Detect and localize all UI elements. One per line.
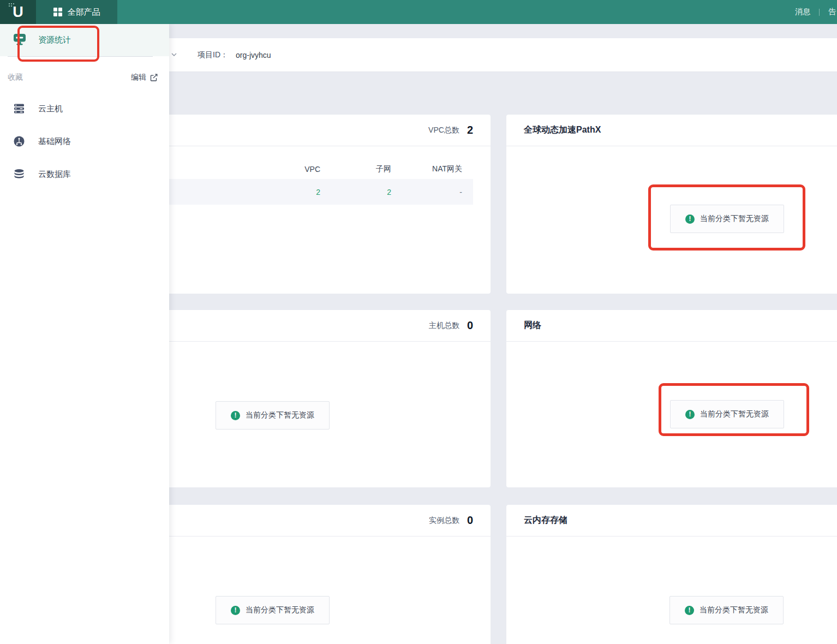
favorites-label: 收藏 <box>8 73 23 82</box>
sidebar-item-label: 云数据库 <box>38 169 71 180</box>
chevron-down-icon[interactable] <box>171 51 177 58</box>
memstore-card-title: 云内存存储 <box>524 515 567 526</box>
instance-total-stat: 实例总数 0 <box>429 514 473 527</box>
pathx-card-header: 全球动态加速PathX <box>506 115 837 146</box>
vpc-total-value: 2 <box>467 124 473 136</box>
topbar-divider <box>819 9 820 16</box>
ucloud-logo[interactable]: U <box>0 0 36 24</box>
instance-total-label: 实例总数 <box>429 516 459 526</box>
resource-stats-label: 资源统计 <box>38 35 71 45</box>
products-grid-icon <box>53 8 62 16</box>
sidebar-item-label: 云主机 <box>38 104 63 114</box>
project-id-value: org-jvyhcu <box>236 51 271 59</box>
topbar: U 全部产品 消息 告 <box>0 0 837 24</box>
instance-empty-state: ! 当前分类下暂无资源 <box>216 596 330 624</box>
column-header-subnet: 子网 <box>331 164 402 174</box>
sidebar-item-resource-stats[interactable]: 资源统计 <box>0 24 169 56</box>
favorites-row: 收藏 编辑 <box>0 70 169 85</box>
network-empty-text: 当前分类下暂无资源 <box>700 409 769 419</box>
alerts-link[interactable]: 告 <box>828 7 836 17</box>
logo-dots-icon <box>9 3 14 9</box>
info-exclamation-icon: ! <box>231 411 240 420</box>
pathx-card-title: 全球动态加速PathX <box>524 124 601 136</box>
network-empty-state: ! 当前分类下暂无资源 <box>670 400 784 428</box>
network-card-title: 网络 <box>524 320 541 331</box>
all-products-button[interactable]: 全部产品 <box>36 0 117 24</box>
sidebar-item-cloud-host[interactable]: 云主机 <box>0 98 169 120</box>
host-total-stat: 主机总数 0 <box>429 319 473 332</box>
topbar-right-menu: 消息 告 <box>795 0 836 24</box>
instance-empty-text: 当前分类下暂无资源 <box>246 605 314 615</box>
host-total-label: 主机总数 <box>429 321 459 331</box>
sidebar-item-basic-network[interactable]: 基础网络 <box>0 130 169 152</box>
pathx-card: 全球动态加速PathX ! 当前分类下暂无资源 <box>506 115 837 294</box>
dashboard-stats-icon <box>13 33 26 47</box>
project-id: 项目ID： org-jvyhcu <box>198 38 271 72</box>
network-card-header: 网络 <box>506 310 837 342</box>
memstore-card: 云内存存储 ! 当前分类下暂无资源 <box>506 505 837 644</box>
info-exclamation-icon: ! <box>685 606 694 615</box>
info-exclamation-icon: ! <box>685 410 695 419</box>
memstore-empty-text: 当前分类下暂无资源 <box>700 605 768 615</box>
network-card: 网络 ! 当前分类下暂无资源 <box>506 310 837 487</box>
products-sidebar-panel: 资源统计 收藏 编辑 <box>0 24 169 644</box>
info-exclamation-icon: ! <box>231 606 240 615</box>
sidebar-divider <box>8 56 153 57</box>
vpc-count-link[interactable]: 2 <box>260 188 331 196</box>
messages-link[interactable]: 消息 <box>795 7 810 17</box>
pathx-empty-text: 当前分类下暂无资源 <box>700 214 769 224</box>
subnet-count-link[interactable]: 2 <box>331 188 402 196</box>
memstore-empty-state: ! 当前分类下暂无资源 <box>669 596 784 624</box>
info-exclamation-icon: ! <box>685 214 695 224</box>
network-icon <box>13 135 25 147</box>
vpc-total-label: VPC总数 <box>428 126 459 135</box>
edit-favorites-button[interactable]: 编辑 <box>131 73 158 82</box>
host-empty-state: ! 当前分类下暂无资源 <box>216 401 330 430</box>
server-icon <box>13 103 25 115</box>
all-products-label: 全部产品 <box>68 7 100 17</box>
natgw-count-value: - <box>402 188 473 196</box>
pathx-empty-state: ! 当前分类下暂无资源 <box>670 205 784 233</box>
logo-letter: U <box>13 4 23 21</box>
database-icon <box>13 168 25 180</box>
edit-label: 编辑 <box>131 73 146 82</box>
edit-external-icon <box>150 73 158 82</box>
sidebar-item-cloud-database[interactable]: 云数据库 <box>0 163 169 185</box>
column-header-natgw: NAT网关 <box>402 164 473 174</box>
host-empty-text: 当前分类下暂无资源 <box>246 410 314 420</box>
instance-total-value: 0 <box>467 514 473 527</box>
sidebar-item-label: 基础网络 <box>38 136 71 147</box>
project-id-label: 项目ID： <box>198 50 228 60</box>
host-total-value: 0 <box>467 319 473 332</box>
memstore-card-header: 云内存存储 <box>506 505 837 536</box>
column-header-vpc: VPC <box>260 165 331 174</box>
vpc-total-stat: VPC总数 2 <box>428 124 473 136</box>
